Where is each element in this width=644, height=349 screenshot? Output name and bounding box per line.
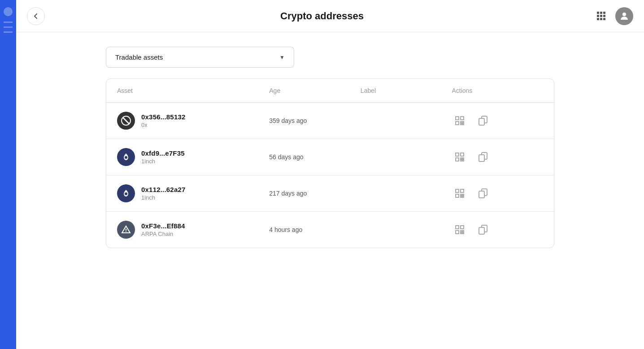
asset-icon-0x <box>117 112 135 130</box>
asset-icon-arpa <box>117 221 135 239</box>
sidebar-indicator-2 <box>4 22 13 23</box>
table-row: 0xF3e...Ef884 ARPA Chain 4 hours ago <box>106 212 554 248</box>
copy-button[interactable] <box>475 185 491 201</box>
asset-address: 0x356...85132 <box>141 113 186 121</box>
svg-rect-31 <box>479 191 484 198</box>
apps-icon-button[interactable] <box>592 7 610 25</box>
sidebar <box>0 0 16 349</box>
svg-point-34 <box>126 231 126 232</box>
qr-code-button[interactable] <box>452 185 468 201</box>
column-header-asset: Asset <box>117 87 269 94</box>
grid-icon <box>597 12 605 20</box>
svg-rect-25 <box>456 194 459 197</box>
asset-cell: 0x112...62a27 1inch <box>117 184 269 202</box>
copy-button[interactable] <box>475 222 491 238</box>
actions-cell <box>452 149 543 165</box>
svg-rect-15 <box>456 158 459 161</box>
asset-icon-1inch <box>117 148 135 166</box>
actions-cell <box>452 185 543 201</box>
qr-code-button[interactable] <box>452 149 468 165</box>
column-header-label: Label <box>361 87 452 94</box>
sidebar-indicator <box>4 7 13 16</box>
svg-rect-11 <box>479 118 484 125</box>
sidebar-indicator-3 <box>4 26 13 28</box>
asset-type: ARPA Chain <box>141 231 185 237</box>
column-header-age: Age <box>269 87 361 94</box>
svg-rect-3 <box>456 117 459 120</box>
page-title: Crypto addresses <box>280 10 364 22</box>
svg-rect-29 <box>462 196 464 197</box>
svg-rect-24 <box>461 189 464 192</box>
asset-address: 0x112...62a27 <box>141 186 186 193</box>
asset-address: 0xF3e...Ef884 <box>141 222 185 230</box>
copy-button[interactable] <box>475 113 491 129</box>
svg-point-0 <box>622 13 626 16</box>
qr-code-button[interactable] <box>452 222 468 238</box>
age-cell: 56 days ago <box>269 153 361 161</box>
svg-rect-7 <box>462 122 464 123</box>
svg-rect-13 <box>456 153 459 156</box>
copy-button[interactable] <box>475 149 491 165</box>
svg-rect-17 <box>462 158 464 159</box>
asset-address: 0xfd9...e7F35 <box>141 149 185 157</box>
svg-rect-37 <box>456 231 459 234</box>
svg-rect-4 <box>461 117 464 120</box>
age-cell: 359 days ago <box>269 117 361 124</box>
svg-rect-41 <box>462 232 464 234</box>
svg-rect-38 <box>461 231 462 232</box>
chevron-down-icon: ▼ <box>279 54 285 61</box>
svg-rect-27 <box>462 194 464 196</box>
svg-rect-16 <box>461 158 462 159</box>
table-row: 0xfd9...e7F35 1inch 56 days ago <box>106 139 554 175</box>
svg-rect-23 <box>456 189 459 192</box>
content-area: Tradable assets ▼ Asset Age Label Action… <box>16 32 644 349</box>
svg-point-22 <box>125 192 127 195</box>
svg-rect-28 <box>461 196 462 197</box>
actions-cell <box>452 113 543 129</box>
svg-rect-8 <box>461 123 462 125</box>
asset-info: 0x356...85132 0x <box>141 113 186 128</box>
svg-rect-5 <box>456 122 459 125</box>
filter-container: Tradable assets ▼ <box>106 47 554 68</box>
svg-line-2 <box>123 118 129 124</box>
asset-info: 0x112...62a27 1inch <box>141 186 186 201</box>
header: Crypto addresses <box>16 0 644 32</box>
header-right <box>592 7 633 25</box>
crypto-addresses-table: Asset Age Label Actions 0x356...85132 <box>106 79 554 248</box>
main-container: Crypto addresses Tradable assets <box>16 0 644 349</box>
asset-type: 1inch <box>141 158 185 165</box>
svg-rect-6 <box>461 122 462 123</box>
svg-rect-40 <box>461 232 462 234</box>
svg-rect-14 <box>461 153 464 156</box>
table-row: 0x356...85132 0x 359 days ago <box>106 103 554 139</box>
asset-icon-1inch-2 <box>117 184 135 202</box>
svg-rect-19 <box>462 160 464 161</box>
svg-rect-35 <box>456 226 459 229</box>
column-header-actions: Actions <box>452 87 543 94</box>
age-cell: 4 hours ago <box>269 226 361 233</box>
table-header: Asset Age Label Actions <box>106 79 554 103</box>
qr-code-button[interactable] <box>452 113 468 129</box>
table-row: 0x112...62a27 1inch 217 days ago <box>106 175 554 212</box>
sidebar-indicator-4 <box>4 31 13 33</box>
svg-point-12 <box>125 156 127 159</box>
age-cell: 217 days ago <box>269 190 361 197</box>
asset-type: 1inch <box>141 194 186 201</box>
asset-cell: 0xF3e...Ef884 ARPA Chain <box>117 221 269 239</box>
filter-label: Tradable assets <box>115 53 163 61</box>
asset-cell: 0x356...85132 0x <box>117 112 269 130</box>
svg-rect-9 <box>462 123 464 125</box>
tradable-assets-dropdown[interactable]: Tradable assets ▼ <box>106 47 294 68</box>
asset-info: 0xF3e...Ef884 ARPA Chain <box>141 222 185 237</box>
asset-type: 0x <box>141 122 186 128</box>
svg-rect-18 <box>461 160 462 161</box>
avatar[interactable] <box>615 7 633 25</box>
header-left <box>27 7 45 25</box>
svg-rect-36 <box>461 226 464 229</box>
asset-info: 0xfd9...e7F35 1inch <box>141 149 185 165</box>
actions-cell <box>452 222 543 238</box>
asset-cell: 0xfd9...e7F35 1inch <box>117 148 269 166</box>
svg-rect-21 <box>479 155 484 161</box>
back-button[interactable] <box>27 7 45 25</box>
svg-rect-43 <box>479 227 484 234</box>
